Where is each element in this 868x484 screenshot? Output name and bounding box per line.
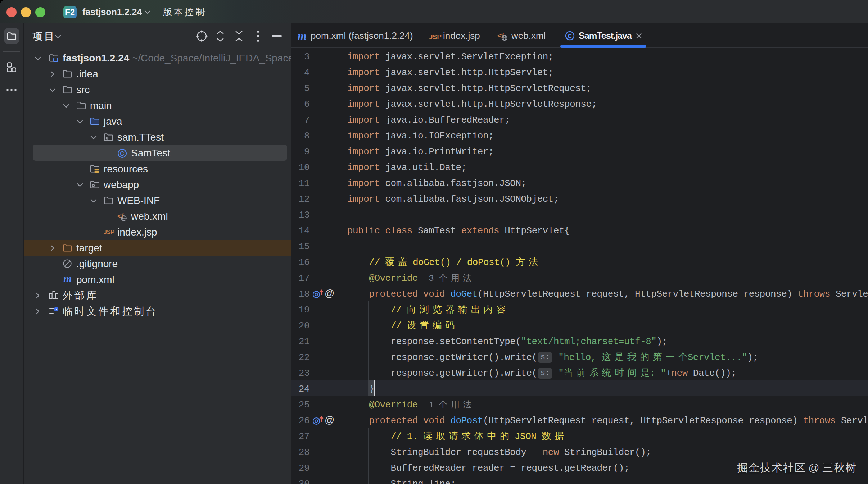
svg-text:JSP: JSP: [104, 229, 115, 235]
svg-text:m: m: [63, 275, 72, 284]
svg-text:C: C: [568, 33, 572, 40]
svg-text:C: C: [120, 150, 124, 157]
